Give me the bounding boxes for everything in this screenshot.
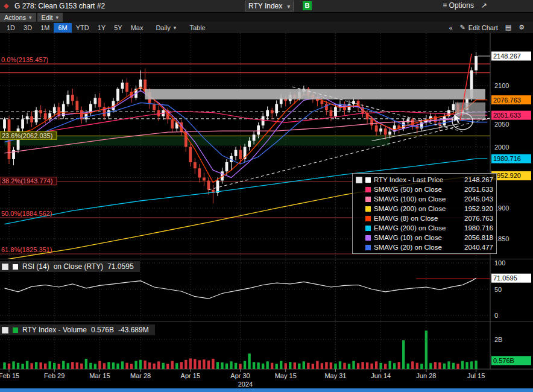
series-label: RTY Index - Last Price [374,176,443,183]
series-value: 2076.763 [464,215,493,222]
period-button-max[interactable]: Max [127,23,148,33]
series-label: SMAVG (200) on Close [374,205,446,212]
series-label: EMAVG (8) on Close [374,215,438,222]
time-axis: Feb 15Feb 29Mar 15Mar 28Apr 15Apr 30May … [0,369,485,388]
rsi-axis-label: 0 [494,312,498,319]
ma-line [5,112,488,139]
collapse-icon[interactable] [2,264,8,270]
volume-value: 0.576B [91,326,114,334]
legend-collapse-icon[interactable] [356,177,362,183]
legend-row[interactable]: SMAVG (100) on Close2045.043 [356,194,493,204]
series-label: SMAVG (10) on Close [374,234,442,241]
volume-title: RTY Index - Volume [22,326,87,334]
series-label: SMAVG (50) on Close [374,186,442,193]
axis-badge-text: 2051.633 [493,112,521,119]
series-value: 2056.818 [464,234,493,241]
fib-label: 38.2%(1943.774) [2,177,52,185]
rsi-value: 71.0595 [107,262,133,271]
hamburger-icon: ≡ [443,1,447,10]
frequency-dropdown[interactable]: Daily ▾ [156,24,176,31]
date-label: Apr 30 [230,372,250,379]
edit-menu[interactable]: Edit ▾ [37,13,63,22]
axis-label: 2050 [494,121,509,128]
fib-label: 61.8%(1825.351) [1,246,52,253]
series-value: 2148.267 [464,176,493,183]
date-label: May 31 [324,372,346,379]
legend-row[interactable]: EMAVG (200) on Close1980.716 [356,223,493,233]
date-label: Apr 15 [181,372,200,379]
period-button-3d[interactable]: 3D [19,23,36,33]
series-swatch-icon [365,177,371,183]
period-button-5y[interactable]: 5Y [110,23,126,33]
actions-label: Actions [4,13,26,22]
axis-label: 2100 [494,82,509,89]
series-label: SMAVG (20) on Close [374,244,442,251]
legend-row[interactable]: SMAVG (200) on Close1952.920 [356,204,493,213]
security-selector[interactable]: RTY Index ▾ [245,1,294,11]
chevron-down-icon: ▾ [56,13,59,22]
legend-row[interactable]: SMAVG (10) on Close2056.818 [356,233,493,242]
chevron-down-icon: ▾ [29,13,32,22]
pencil-icon: ✎ [460,24,465,31]
app-icon: ◆ [4,2,8,10]
fib-label: 23.6%(2062.035) [2,132,52,139]
table-button[interactable]: Table [189,24,205,31]
volume-axis-label: 2B [494,336,502,343]
series-swatch-icon [365,216,371,221]
bottom-accent-strip [0,388,533,392]
rsi-line [5,278,476,299]
legend-row[interactable]: SMAVG (20) on Close2040.477 [356,242,493,252]
series-swatch-icon [365,187,371,192]
window-title: G 278: Clean G153 chart #2 [14,2,105,10]
axis-badge-text: 2076.763 [493,96,521,104]
axis-label: 2000 [494,144,509,151]
legend-row[interactable]: EMAVG (8) on Close2076.763 [356,213,493,223]
security-badge[interactable]: B [303,1,312,10]
chevron-down-icon: ▾ [174,25,177,31]
popout-icon[interactable]: ↗ [481,1,487,10]
frequency-label: Daily [156,24,170,31]
edit-chart-label: Edit Chart [468,24,498,31]
chevron-down-icon: ▾ [287,3,290,10]
collapse-icon[interactable] [2,327,8,334]
period-button-6m[interactable]: 6M [54,23,71,33]
series-label: SMAVG (100) on Close [374,195,446,203]
options-label: Options [449,1,474,10]
period-button-ytd[interactable]: YTD [72,23,93,33]
series-value: 2051.633 [464,186,493,193]
series-swatch-icon [365,235,371,241]
period-button-1m[interactable]: 1M [36,23,54,33]
volume-panel-header: RTY Index - Volume 0.576B -43.689M [0,324,155,335]
axis-badge-text: 1952.920 [493,172,521,179]
volume-change: -43.689M [118,326,149,334]
date-label: May 15 [275,372,297,379]
options-menu[interactable]: ≡ Options [443,1,474,10]
support-band [5,136,390,145]
series-value: 1952.920 [464,205,493,212]
grid-icon[interactable]: ▤ [505,24,511,31]
axis-badge-text: 1980.716 [493,155,521,162]
legend-row[interactable]: SMAVG (50) on Close2051.633 [356,185,493,194]
volume-bars [3,330,477,369]
date-label: Jul 15 [467,372,485,379]
period-button-1y[interactable]: 1Y [93,23,110,33]
actions-menu[interactable]: Actions ▾ [0,13,36,22]
rsi-badge-text: 71.0595 [493,274,517,282]
date-label: Mar 15 [89,372,110,379]
edit-chart-button[interactable]: ✎ Edit Chart [460,24,498,31]
volume-swatch-icon [13,327,18,333]
legend-row[interactable]: RTY Index - Last Price2148.267 [356,175,493,185]
series-swatch-icon [365,245,371,250]
period-button-1d[interactable]: 1D [2,23,19,33]
price-axis: 2148.26721002076.7632051.633205020001980… [491,51,531,242]
chart-toolbar: 1D3D1M6MYTD1Y5YMax Daily ▾ Table « ✎ Edi… [0,22,533,33]
edit-label: Edit [42,13,53,22]
zone-rect [145,89,485,99]
series-value: 1980.716 [464,224,493,232]
period-buttons: 1D3D1M6MYTD1Y5YMax [2,23,147,33]
gear-icon[interactable]: ⚙ [519,24,525,31]
series-label: EMAVG (200) on Close [374,224,446,232]
date-label: Feb 29 [44,372,65,379]
collapse-chevrons-icon[interactable]: « [449,24,452,31]
date-label: Mar 28 [130,372,151,379]
